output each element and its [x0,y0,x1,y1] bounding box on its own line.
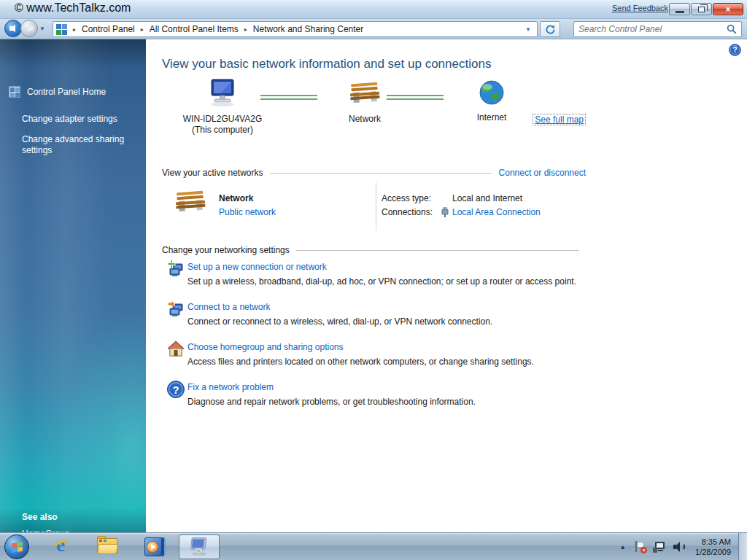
taskbar: e ▲ × [0,532,747,560]
help-icon[interactable]: ? [729,44,741,58]
network-tray-icon[interactable] [653,542,666,553]
control-panel-icon [56,24,67,35]
forward-button[interactable] [20,20,38,37]
page-title: View your basic network information and … [162,57,491,71]
network-map: WIN-IDL2GU4VA2G (This computer) [162,73,586,160]
homegroup-options-link[interactable]: Choose homegroup and sharing options [187,342,343,352]
sidebar-control-panel-home[interactable]: Control Panel Home [9,86,106,98]
taskbar-active-window-control-panel[interactable] [179,534,220,559]
active-networks-header: View your active networks Connect or dis… [162,168,586,178]
breadcrumb-arrow-icon: ▸ [139,26,145,33]
fix-network-problem-link[interactable]: Fix a network problem [187,382,274,392]
access-type-value: Local and Internet [452,193,522,203]
title-bar: © www.TechTalkz.com Send Feedback × [0,0,747,19]
forward-icon [28,25,34,32]
main-content: ? View your basic network information an… [146,39,747,532]
map-node-internet: Internet [448,79,535,123]
clock-time: 8:35 AM [695,537,731,547]
map-network-label: Network [321,114,409,125]
address-dropdown-icon[interactable]: ▼ [522,26,534,33]
networking-settings-header: Change your networking settings [162,245,586,255]
see-also-heading: See also [22,512,58,522]
show-desktop-button[interactable] [738,533,747,560]
divider [296,250,579,251]
computer-sub-label: (This computer) [192,125,253,135]
restore-button[interactable] [691,3,712,15]
active-network-bench-icon [174,187,207,219]
svg-text:?: ? [172,384,179,396]
search-box[interactable] [573,21,742,37]
active-network-panel: Network Public network Access type: Loca… [162,182,586,233]
refresh-button[interactable] [540,21,560,37]
networking-settings-title: Change your networking settings [162,245,290,255]
action-center-flag-icon[interactable]: × [635,541,646,553]
window-body: Control Panel Home Change adapter settin… [0,39,747,532]
address-bar[interactable]: ▸ Control Panel ▸ All Control Panel Item… [53,21,538,37]
taskbar-windows-explorer[interactable] [93,535,123,559]
internet-globe-icon [478,79,506,106]
ethernet-plug-icon [441,206,449,219]
recent-pages-dropdown[interactable]: ▼ [39,26,45,32]
map-connector-line [387,95,444,100]
system-tray: ▲ × 8:35 AM 1/28/2009 [614,533,747,560]
local-area-connection-link[interactable]: Local Area Connection [452,207,541,217]
active-networks-title: View your active networks [162,168,263,178]
refresh-icon [545,24,556,35]
desktop: © www.TechTalkz.com Send Feedback × ▼ ▸ … [0,0,747,560]
window-title: © www.TechTalkz.com [15,1,131,15]
show-hidden-icons-button[interactable]: ▲ [614,543,631,551]
map-internet-label: Internet [448,112,535,123]
navigation-toolbar: ▼ ▸ Control Panel ▸ All Control Panel It… [0,19,747,39]
breadcrumb-arrow-icon: ▸ [71,26,77,33]
breadcrumb-control-panel[interactable]: Control Panel [77,23,139,36]
close-button[interactable]: × [713,3,743,15]
computer-icon [206,79,239,108]
connect-or-disconnect-link[interactable]: Connect or disconnect [499,168,586,178]
connect-network-icon [166,300,185,321]
see-full-map-link[interactable]: See full map [533,114,586,125]
control-panel-window-icon [188,537,210,557]
close-icon: × [725,4,730,15]
search-icon [727,24,737,34]
breadcrumb-network-sharing[interactable]: Network and Sharing Center [249,23,368,36]
restore-icon [698,7,705,12]
network-type-link[interactable]: Public network [219,207,276,217]
start-button[interactable] [4,534,29,559]
folder-icon [97,538,119,556]
sidebar-item-change-advanced-sharing[interactable]: Change advanced sharing settings [22,134,131,156]
connect-to-network-link[interactable]: Connect to a network [187,302,270,312]
back-button[interactable] [4,20,22,37]
computer-name: WIN-IDL2GU4VA2G [183,114,262,124]
divider [270,173,492,174]
network-bench-icon [348,79,382,108]
internet-explorer-icon: e [53,537,73,557]
map-node-network: Network [321,79,409,125]
homegroup-house-icon [166,340,185,361]
active-network-name: Network [219,193,253,203]
access-type-label: Access type: [382,193,431,203]
clock[interactable]: 8:35 AM 1/28/2009 [695,537,731,557]
troubleshoot-question-icon: ? [166,380,185,401]
setup-connection-link[interactable]: Set up a new connection or network [187,262,327,272]
taskbar-internet-explorer[interactable]: e [48,535,77,559]
minimize-icon [676,11,684,13]
fix-network-problem-desc: Diagnose and repair network problems, or… [187,397,476,407]
breadcrumb-arrow-icon: ▸ [243,26,249,33]
back-icon [9,25,15,32]
sidebar: Control Panel Home Change adapter settin… [0,39,146,532]
sidebar-item-change-adapter-settings[interactable]: Change adapter settings [22,114,131,125]
minimize-button[interactable] [669,3,690,15]
map-connector-line [260,95,317,100]
taskbar-media-player[interactable] [139,535,168,559]
connect-to-network-desc: Connect or reconnect to a wireless, wire… [187,316,492,327]
setup-connection-desc: Set up a wireless, broadband, dial-up, a… [187,276,576,287]
homegroup-options-desc: Access files and printers located on oth… [187,357,534,367]
breadcrumb-all-items[interactable]: All Control Panel Items [145,23,243,36]
volume-icon[interactable] [673,542,686,552]
send-feedback-link[interactable]: Send Feedback [612,4,668,12]
map-node-computer: WIN-IDL2GU4VA2G (This computer) [171,79,274,136]
divider [376,182,376,230]
new-connection-icon [166,260,185,281]
search-input[interactable] [578,24,727,34]
control-panel-home-icon [9,86,20,98]
